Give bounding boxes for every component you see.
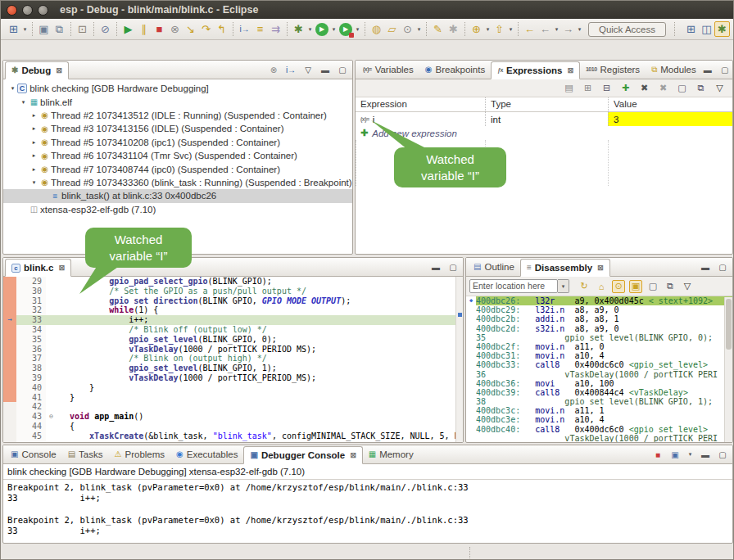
- maximize-icon[interactable]: ▢: [719, 64, 731, 75]
- tab-tasks[interactable]: ▤Tasks: [62, 445, 109, 463]
- instruction-pointer-icon[interactable]: →: [3, 315, 16, 325]
- tab-disassembly[interactable]: ≡Disassembly⊠: [520, 259, 610, 277]
- code-line[interactable]: 44{: [3, 422, 463, 431]
- disassembly-scrollbar[interactable]: [724, 297, 732, 442]
- annotation-ruler[interactable]: [3, 345, 16, 355]
- disassembly-line[interactable]: 35 gpio_set_level(BLINK_GPIO, 0);: [466, 333, 732, 342]
- tree-expander-icon[interactable]: ▾: [29, 179, 39, 186]
- build-icon[interactable]: ⊡: [75, 21, 90, 37]
- tab-console[interactable]: ▣Console: [5, 445, 62, 463]
- refresh-icon[interactable]: ↻: [578, 280, 591, 293]
- instruction-stepping-icon[interactable]: i→: [237, 21, 252, 37]
- annotation-ruler[interactable]: [3, 412, 16, 422]
- show-debug-context-icon[interactable]: ≡: [252, 21, 268, 37]
- terminate-icon[interactable]: ■: [652, 449, 664, 460]
- toggle-mark-occurrences-icon[interactable]: ✱: [446, 21, 461, 37]
- minimize-icon[interactable]: ▬: [700, 261, 711, 273]
- dropdown-arrow-icon[interactable]: ▾: [553, 26, 560, 33]
- tree-expander-icon[interactable]: ▸: [29, 112, 39, 119]
- show-logical-structure-icon[interactable]: ⊞: [582, 82, 594, 94]
- dropdown-arrow-icon[interactable]: ▾: [576, 26, 583, 33]
- tab-registers[interactable]: 1010Registers: [580, 61, 646, 79]
- close-window-icon[interactable]: [7, 5, 17, 16]
- disassembly-line[interactable]: 400dbc3c: movi.n a11, 1: [466, 406, 732, 415]
- code-editor[interactable]: 29 gpio_pad_select_gpio(BLINK_GPIO);30 /…: [3, 277, 463, 443]
- disassembly-line[interactable]: 400dbc2f: movi.n a11, 0: [466, 342, 732, 351]
- console-output[interactable]: Breakpoint 2, blink_task (pvParameter=0x…: [3, 480, 732, 539]
- suspend-icon[interactable]: ∥: [136, 21, 152, 37]
- code-line[interactable]: 42: [3, 402, 463, 412]
- close-icon[interactable]: ⊠: [597, 264, 604, 272]
- open-perspective-icon[interactable]: ⊞: [683, 21, 699, 37]
- close-icon[interactable]: ⊠: [58, 264, 65, 272]
- annotation-ruler[interactable]: [3, 402, 16, 412]
- debug-tree-item[interactable]: ▾◉Thread #9 1073433360 (blink_task : Run…: [3, 176, 352, 189]
- minimize-icon[interactable]: ▬: [702, 64, 714, 75]
- tree-expander-icon[interactable]: ▸: [29, 139, 39, 146]
- new-view-icon[interactable]: ▢: [676, 82, 688, 94]
- disassembly-line[interactable]: 400dbc33: call8 0x400dc6c0 <gpio_set_lev…: [466, 360, 732, 369]
- tree-expander-icon[interactable]: ▸: [29, 125, 39, 132]
- view-menu-icon[interactable]: ▽: [302, 64, 314, 75]
- disassembly-line[interactable]: 400dbc2d: s32i.n a8, a9, 0: [466, 324, 732, 333]
- forward-icon[interactable]: →: [560, 21, 576, 37]
- link-view-icon[interactable]: ⧉: [664, 280, 677, 293]
- close-icon[interactable]: ⊠: [56, 66, 62, 75]
- next-annotation-icon[interactable]: ⊕: [469, 21, 484, 37]
- dropdown-arrow-icon[interactable]: ▾: [686, 451, 694, 458]
- run-icon[interactable]: ▶: [315, 23, 328, 36]
- code-line[interactable]: 45 xTaskCreate(&blink_task, "blink_task"…: [3, 431, 463, 441]
- debug-tree-item[interactable]: ▸◉Thread #2 1073413512 (IDLE : Running) …: [3, 109, 352, 122]
- code-line[interactable]: 37 /* Blink on (output high) */: [3, 354, 463, 364]
- maximize-icon[interactable]: ▢: [337, 64, 348, 75]
- column-header-type[interactable]: Type: [485, 97, 608, 111]
- disassembly-line[interactable]: 400dbc2b: addi.n a8, a8, 1: [466, 314, 732, 323]
- fold-marker-icon[interactable]: ⊖: [46, 412, 57, 422]
- annotation-ruler[interactable]: [3, 335, 16, 345]
- external-tools-icon[interactable]: ▶: [339, 23, 352, 36]
- format-icon[interactable]: ✎: [430, 21, 446, 37]
- debug-tree-item[interactable]: ◫xtensa-esp32-elf-gdb (7.10): [3, 203, 352, 216]
- dropdown-arrow-icon[interactable]: ▾: [507, 26, 514, 33]
- cpp-perspective-icon[interactable]: ◫: [699, 21, 714, 37]
- annotation-ruler[interactable]: [3, 325, 16, 335]
- debug-tree-item[interactable]: ▸◉Thread #3 1073413156 (IDLE) (Suspended…: [3, 122, 352, 135]
- remove-expression-icon[interactable]: ✖: [638, 82, 650, 94]
- display-selected-console-icon[interactable]: ▣: [669, 449, 681, 460]
- tab-modules[interactable]: ⧉Modules: [646, 61, 702, 79]
- skip-all-breakpoints-icon[interactable]: ⊘: [97, 21, 113, 37]
- close-icon[interactable]: ⊠: [567, 66, 573, 75]
- disassembly-line[interactable]: 400dbc29: l32i.n a8, a9, 0: [466, 305, 732, 314]
- code-line[interactable]: 39 vTaskDelay(1000 / portTICK_PERIOD_MS)…: [3, 373, 463, 383]
- dropdown-arrow-icon[interactable]: ▾: [415, 26, 423, 33]
- expression-type-cell[interactable]: int: [485, 112, 608, 126]
- maximize-icon[interactable]: ▢: [447, 261, 459, 273]
- collapse-all-icon[interactable]: ⊟: [600, 82, 613, 94]
- scrollbar-thumb[interactable]: [726, 299, 732, 350]
- annotation-ruler[interactable]: [3, 296, 16, 306]
- code-line[interactable]: 31 gpio_set_direction(BLINK_GPIO, GPIO_M…: [3, 296, 463, 306]
- maximize-icon[interactable]: ▢: [717, 449, 728, 460]
- new-view-icon[interactable]: ▢: [646, 280, 659, 293]
- tab-breakpoints[interactable]: ◉Breakpoints: [419, 61, 491, 79]
- location-input[interactable]: Enter location here: [469, 279, 558, 293]
- save-all-icon[interactable]: ⧉: [52, 21, 67, 37]
- code-line[interactable]: 38 gpio_set_level(BLINK_GPIO, 1);: [3, 364, 463, 373]
- annotation-ruler[interactable]: [3, 431, 16, 441]
- disassembly-line[interactable]: 38 gpio_set_level(BLINK_GPIO, 1);: [466, 397, 732, 406]
- debug-icon[interactable]: ✱: [291, 21, 306, 37]
- disassembly-line[interactable]: 400dbc40: call8 0x400dc6c0 <gpio_set_lev…: [466, 425, 732, 434]
- tab-blink-c[interactable]: cblink.c⊠: [5, 259, 71, 277]
- step-over-icon[interactable]: ↷: [198, 21, 214, 37]
- remove-all-terminated-icon[interactable]: ⊗: [268, 64, 279, 75]
- tab-problems[interactable]: ⚠Problems: [109, 445, 171, 463]
- search-icon[interactable]: ⊙: [400, 21, 415, 37]
- debug-tree-item[interactable]: ▾▦blink.elf: [3, 95, 352, 108]
- column-header-value[interactable]: Value: [608, 97, 732, 111]
- terminate-icon[interactable]: ■: [152, 21, 167, 37]
- disassembly-line[interactable]: vTaskDelay(1000 / portTICK_PERI: [466, 434, 732, 443]
- new-wizard-icon[interactable]: ⊞: [6, 21, 21, 37]
- disassembly-line[interactable]: 36 vTaskDelay(1000 / portTICK_PERI: [466, 370, 732, 379]
- annotation-ruler[interactable]: [3, 277, 16, 287]
- code-line[interactable]: 35 gpio_set_level(BLINK_GPIO, 0);: [3, 335, 463, 345]
